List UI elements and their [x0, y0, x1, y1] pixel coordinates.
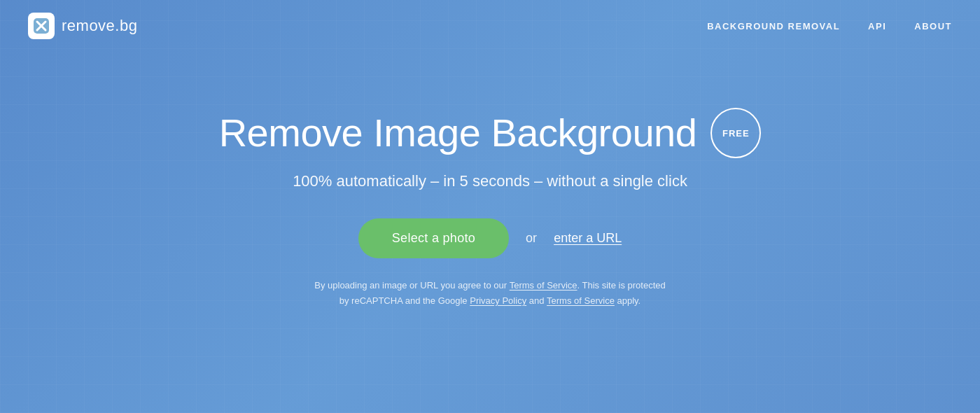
select-photo-button[interactable]: Select a photo [358, 218, 509, 258]
terms-of-service-link-2[interactable]: Terms of Service [547, 295, 615, 306]
hero-content: Remove Image Background FREE 100% automa… [219, 108, 762, 309]
nav-background-removal[interactable]: BACKGROUND REMOVAL [707, 21, 840, 31]
navigation: remove.bg BACKGROUND REMOVAL API ABOUT [0, 0, 980, 52]
terms-of-service-link-1[interactable]: Terms of Service [510, 280, 578, 290]
or-text: or [526, 231, 537, 246]
logo-area: remove.bg [28, 13, 137, 39]
free-badge: FREE [710, 108, 761, 158]
nav-about[interactable]: ABOUT [914, 21, 952, 31]
logo-icon [28, 13, 55, 39]
legal-line2: . This site is protected [578, 280, 666, 290]
nav-api[interactable]: API [868, 21, 886, 31]
legal-line1: By uploading an image or URL you agree t… [314, 280, 509, 290]
nav-links: BACKGROUND REMOVAL API ABOUT [707, 21, 952, 31]
legal-text: By uploading an image or URL you agree t… [314, 278, 666, 309]
headline-row: Remove Image Background FREE [219, 108, 762, 158]
logo-text: remove.bg [62, 17, 137, 35]
action-row: Select a photo or enter a URL [358, 218, 622, 258]
subheadline: 100% automatically – in 5 seconds – with… [293, 172, 687, 190]
legal-line5: apply. [615, 295, 640, 306]
legal-line3: by reCAPTCHA and the Google [340, 295, 470, 306]
enter-url-link[interactable]: enter a URL [554, 231, 622, 246]
page-title: Remove Image Background [219, 111, 697, 155]
privacy-policy-link[interactable]: Privacy Policy [470, 295, 526, 306]
hero-section: remove.bg BACKGROUND REMOVAL API ABOUT R… [0, 0, 980, 413]
legal-line4: and [526, 295, 547, 306]
